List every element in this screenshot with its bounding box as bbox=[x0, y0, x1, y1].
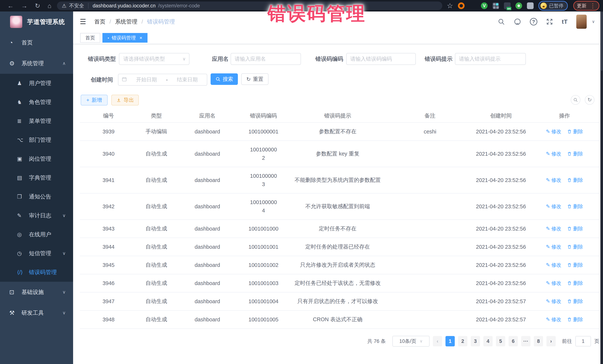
hamburger-icon[interactable]: ☰ bbox=[80, 18, 86, 25]
delete-link[interactable]: 删除 bbox=[567, 203, 583, 210]
scrollbar[interactable] bbox=[600, 11, 603, 364]
fullscreen-icon[interactable] bbox=[546, 18, 553, 25]
next-page-button[interactable]: › bbox=[546, 336, 556, 346]
edit-link[interactable]: ✎ 修改 bbox=[546, 298, 561, 305]
sidebar-submenu-item[interactable]: ▣ 岗位管理 bbox=[0, 149, 73, 168]
extension-vue-icon[interactable]: V bbox=[481, 2, 487, 9]
home-icon[interactable]: ⌂ bbox=[48, 3, 52, 9]
search-button[interactable]: 搜索 bbox=[211, 73, 238, 85]
page-button[interactable]: 3 bbox=[471, 336, 480, 346]
sidebar-submenu-item[interactable]: ⟨/⟩ 错误码管理 bbox=[0, 263, 73, 282]
page-button[interactable]: ··· bbox=[521, 336, 531, 346]
delete-link[interactable]: 删除 bbox=[567, 177, 583, 184]
delete-link[interactable]: 删除 bbox=[567, 298, 583, 305]
extension-gem-icon[interactable] bbox=[469, 2, 476, 9]
end-date-placeholder[interactable]: 结束日期 bbox=[168, 76, 207, 83]
github-icon[interactable] bbox=[514, 18, 521, 26]
sidebar-submenu-item[interactable]: ❒ 通知公告 bbox=[0, 187, 73, 206]
delete-link[interactable]: 删除 bbox=[567, 280, 583, 287]
profile-chip[interactable]: 已暂停 bbox=[538, 1, 568, 11]
extension-key-icon[interactable] bbox=[515, 2, 522, 9]
delete-link[interactable]: 删除 bbox=[567, 262, 583, 268]
edit-link[interactable]: ✎ 修改 bbox=[546, 280, 561, 287]
delete-link[interactable]: 删除 bbox=[567, 316, 583, 323]
back-icon[interactable]: ← bbox=[7, 3, 14, 9]
page-size-select[interactable]: 10条/页 ∨ bbox=[392, 336, 429, 347]
page-button[interactable]: 4 bbox=[483, 336, 493, 346]
goto-page-input[interactable] bbox=[575, 336, 591, 346]
add-button[interactable]: + 新增 bbox=[81, 95, 108, 105]
sidebar-submenu-icon: ⟨/⟩ bbox=[17, 269, 29, 276]
sidebar-submenu-item[interactable]: ♟ 用户管理 bbox=[0, 74, 73, 93]
sidebar-submenu-item[interactable]: ♞ 角色管理 bbox=[0, 93, 73, 111]
cell-code: 100100000 2 bbox=[239, 145, 288, 162]
sidebar-submenu-label: 字典管理 bbox=[29, 174, 51, 182]
sidebar-item[interactable]: ◔ 首页 bbox=[0, 32, 73, 53]
sidebar-submenu-item[interactable]: ≣ 菜单管理 bbox=[0, 111, 73, 131]
cell-type: 自动生成 bbox=[137, 150, 175, 157]
page-button[interactable]: 5 bbox=[496, 336, 505, 346]
error-msg-input[interactable] bbox=[455, 53, 526, 65]
edit-link[interactable]: ✎ 修改 bbox=[546, 225, 561, 232]
user-avatar[interactable] bbox=[576, 15, 587, 29]
page-button[interactable]: 2 bbox=[458, 336, 467, 346]
edit-link[interactable]: ✎ 修改 bbox=[546, 177, 561, 184]
delete-link[interactable]: 删除 bbox=[567, 151, 583, 157]
address-bar[interactable]: ⚠ 不安全 dashboard.yudao.iocoder.cn /system… bbox=[57, 1, 442, 10]
sidebar-submenu-item[interactable]: ✎ 审计日志 ∨ bbox=[0, 206, 73, 225]
date-range-picker[interactable]: 开始日期 - 结束日期 bbox=[118, 74, 207, 86]
edit-link[interactable]: ✎ 修改 bbox=[546, 203, 561, 210]
extension-grid-icon[interactable] bbox=[492, 2, 499, 9]
delete-link[interactable]: 删除 bbox=[567, 243, 583, 250]
sidebar-submenu-item[interactable]: ◎ 在线用户 bbox=[0, 225, 73, 244]
edit-link[interactable]: ✎ 修改 bbox=[546, 316, 561, 323]
help-icon[interactable]: ? bbox=[530, 18, 537, 25]
update-button[interactable]: 更新 ⋮ bbox=[573, 1, 599, 11]
extensions-puzzle-icon[interactable] bbox=[527, 2, 533, 9]
delete-link[interactable]: 删除 bbox=[567, 128, 583, 135]
error-code-table: 编号 类型 应用名 错误码编码 错误码提示 备注 创建时间 操作 3939 手动… bbox=[80, 109, 599, 329]
edit-link[interactable]: ✎ 修改 bbox=[546, 128, 561, 135]
export-button[interactable]: 导出 bbox=[111, 95, 139, 105]
sidebar-submenu-item[interactable]: ◷ 短信管理 ∨ bbox=[0, 244, 73, 263]
close-icon[interactable]: × bbox=[139, 35, 142, 40]
breadcrumb-item[interactable]: 系统管理 bbox=[115, 18, 137, 26]
table-refresh-icon[interactable]: ↻ bbox=[585, 95, 594, 105]
forward-icon[interactable]: → bbox=[21, 3, 27, 9]
search-icon[interactable] bbox=[498, 18, 505, 25]
bookmark-star-icon[interactable]: ☆ bbox=[447, 2, 453, 10]
chevron-down-icon[interactable]: ∨ bbox=[592, 19, 595, 24]
breadcrumb-item[interactable]: 首页 bbox=[94, 18, 105, 26]
error-type-select[interactable]: 请选择错误码类型 ∨ bbox=[119, 53, 189, 65]
reload-icon[interactable]: ↻ bbox=[35, 3, 40, 9]
sidebar-submenu-icon: ≣ bbox=[17, 118, 29, 124]
page-button[interactable]: 6 bbox=[509, 336, 518, 346]
sidebar-submenu-item[interactable]: ⌥ 部门管理 bbox=[0, 131, 73, 149]
sidebar-item[interactable]: ⊡ 基础设施 ∨ bbox=[0, 282, 73, 302]
font-size-icon[interactable]: tT bbox=[562, 18, 568, 25]
sidebar-item[interactable]: ⚒ 研发工具 ∨ bbox=[0, 302, 73, 323]
delete-link[interactable]: 删除 bbox=[567, 225, 583, 232]
cell-operations: ✎ 修改 删除 bbox=[530, 243, 599, 250]
edit-link[interactable]: ✎ 修改 bbox=[546, 243, 561, 250]
edit-link[interactable]: ✎ 修改 bbox=[546, 262, 561, 268]
page-button[interactable]: 1 bbox=[445, 336, 455, 346]
chrome-menu-icon[interactable]: ⋮ bbox=[590, 3, 596, 9]
tab-home[interactable]: 首页 bbox=[80, 33, 100, 43]
extension-ring-icon[interactable] bbox=[458, 2, 464, 9]
edit-link[interactable]: ✎ 修改 bbox=[546, 151, 561, 157]
cell-create-time: 2021-04-20 23:52:57 bbox=[472, 298, 530, 305]
table-search-icon[interactable] bbox=[571, 95, 580, 105]
sidebar-submenu-icon: ❒ bbox=[17, 194, 29, 200]
app-name-input[interactable] bbox=[231, 53, 301, 65]
prev-page-button[interactable]: ‹ bbox=[433, 336, 442, 346]
sidebar-submenu-item[interactable]: ▤ 字典管理 bbox=[0, 168, 73, 187]
reset-button[interactable]: ↻ 重置 bbox=[241, 73, 268, 85]
chevron-icon: ∨ bbox=[62, 251, 66, 256]
page-button[interactable]: 8 bbox=[534, 336, 543, 346]
extension-switch-icon[interactable]: on bbox=[504, 2, 510, 9]
start-date-placeholder[interactable]: 开始日期 bbox=[127, 76, 166, 83]
error-code-input[interactable] bbox=[346, 53, 416, 65]
tab-error-code[interactable]: ● 错误码管理 × bbox=[103, 33, 148, 43]
sidebar-item[interactable]: ⚙ 系统管理 ∧ bbox=[0, 53, 73, 74]
